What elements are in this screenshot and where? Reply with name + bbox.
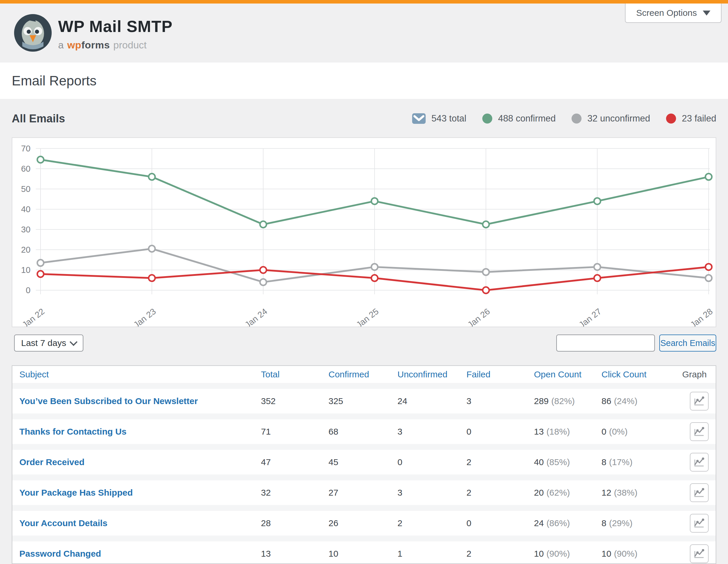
total-cell: 32 — [254, 488, 321, 498]
failed-cell: 2 — [459, 488, 527, 498]
unconfirmed-value: 3 — [397, 488, 402, 498]
open-count-cell: 24(86%) — [527, 518, 594, 528]
open-count-pct: (18%) — [546, 427, 570, 437]
svg-text:Jan 25: Jan 25 — [354, 306, 380, 326]
envelope-icon — [412, 113, 426, 124]
open-count-value: 24 — [534, 518, 544, 528]
email-subject-link[interactable]: Your Account Details — [19, 518, 107, 528]
data-point-confirmed — [483, 221, 489, 228]
table-header-row: SubjectTotalConfirmedUnconfirmedFailedOp… — [12, 366, 716, 383]
failed-cell: 0 — [459, 427, 527, 437]
legend-item-failed: 23 failed — [666, 113, 716, 124]
data-point-confirmed — [371, 198, 378, 204]
subject-cell: Password Changed — [12, 549, 254, 559]
confirmed-cell: 27 — [321, 488, 390, 498]
sort-by-open-count[interactable]: Open Count — [534, 369, 582, 379]
screen-options-button[interactable]: Screen Options — [625, 4, 722, 23]
failed-cell: 2 — [459, 549, 527, 559]
failed-cell: 0 — [459, 518, 527, 528]
header-graph: Graph — [682, 369, 707, 379]
graph-cell — [666, 514, 716, 533]
sort-by-failed[interactable]: Failed — [466, 369, 491, 379]
svg-text:10: 10 — [21, 265, 31, 275]
confirmed-value: 325 — [328, 396, 343, 406]
click-count-value: 86 — [601, 396, 611, 406]
header-cell-unconfirmed: Unconfirmed — [390, 369, 459, 379]
table-row: You’ve Been Subscribed to Our Newsletter… — [12, 389, 716, 413]
header-cell-click-count: Click Count — [594, 369, 666, 379]
data-point-confirmed — [705, 174, 712, 180]
confirmed-cell: 45 — [321, 457, 390, 467]
svg-text:Jan 24: Jan 24 — [243, 306, 269, 326]
click-count-cell: 8(17%) — [594, 457, 666, 467]
email-subject-link[interactable]: Order Received — [19, 457, 85, 467]
total-cell: 352 — [254, 396, 321, 406]
sort-by-total[interactable]: Total — [261, 369, 279, 379]
svg-text:30: 30 — [21, 225, 31, 234]
legend-confirmed-label: 488 confirmed — [498, 113, 556, 124]
emails-line-chart-card: 010203040506070Jan 22Jan 23Jan 24Jan 25J… — [12, 137, 716, 327]
open-graph-button[interactable] — [690, 453, 709, 472]
page-title: Email Reports — [12, 73, 97, 89]
total-cell: 28 — [254, 518, 321, 528]
tagline-suffix: product — [113, 39, 146, 51]
graph-cell — [666, 453, 716, 472]
email-subject-link[interactable]: Password Changed — [19, 549, 101, 559]
open-graph-button[interactable] — [690, 514, 709, 533]
svg-text:60: 60 — [21, 164, 31, 174]
date-range-value: Last 7 days — [21, 338, 66, 348]
open-graph-button[interactable] — [690, 544, 709, 563]
mini-graph-icon — [694, 549, 705, 559]
svg-text:Jan 23: Jan 23 — [132, 306, 158, 326]
open-count-value: 289 — [534, 396, 549, 406]
open-graph-button[interactable] — [690, 392, 709, 410]
svg-text:Jan 28: Jan 28 — [688, 306, 714, 326]
legend-failed-label: 23 failed — [682, 113, 716, 124]
sort-by-unconfirmed[interactable]: Unconfirmed — [397, 369, 447, 379]
email-subject-link[interactable]: You’ve Been Subscribed to Our Newsletter — [19, 396, 198, 406]
table-row: Your Account Details28262024(86%)8(29%) — [12, 511, 716, 536]
header-cell-graph: Graph — [666, 369, 716, 379]
caret-down-icon — [703, 11, 710, 16]
header-cell-confirmed: Confirmed — [321, 369, 390, 379]
open-count-pct: (90%) — [546, 549, 570, 559]
data-point-unconfirmed — [260, 279, 267, 285]
subject-cell: Your Account Details — [12, 518, 254, 528]
screen-options-label: Screen Options — [636, 8, 697, 18]
sort-by-confirmed[interactable]: Confirmed — [328, 369, 369, 379]
data-point-failed — [705, 264, 712, 270]
graph-cell — [666, 422, 716, 441]
email-reports-table: SubjectTotalConfirmedUnconfirmedFailedOp… — [12, 365, 716, 564]
data-point-failed — [149, 275, 155, 282]
email-subject-link[interactable]: Your Package Has Shipped — [19, 488, 133, 498]
sort-by-subject[interactable]: Subject — [19, 369, 49, 379]
search-emails-button[interactable]: Search Emails — [659, 334, 716, 351]
unconfirmed-value: 1 — [397, 549, 402, 559]
click-count-pct: (38%) — [614, 488, 637, 498]
open-graph-button[interactable] — [690, 483, 709, 502]
unconfirmed-value: 2 — [397, 518, 402, 528]
confirmed-cell: 325 — [321, 396, 390, 406]
sort-by-click-count[interactable]: Click Count — [601, 369, 646, 379]
click-count-value: 10 — [601, 549, 611, 559]
svg-text:40: 40 — [21, 205, 31, 214]
header-cell-subject: Subject — [12, 369, 254, 379]
table-body: You’ve Been Subscribed to Our Newsletter… — [12, 389, 716, 564]
date-range-select[interactable]: Last 7 days — [14, 334, 83, 351]
click-count-value: 12 — [601, 488, 611, 498]
search-input[interactable] — [556, 334, 655, 351]
open-graph-button[interactable] — [690, 422, 709, 441]
open-count-cell: 40(85%) — [527, 457, 594, 467]
subject-cell: Thanks for Contacting Us — [12, 427, 254, 437]
data-point-failed — [260, 267, 267, 273]
red-dot-icon — [666, 114, 676, 124]
total-value: 13 — [261, 549, 271, 559]
open-count-value: 13 — [534, 427, 544, 437]
data-point-failed — [371, 275, 378, 282]
data-point-unconfirmed — [37, 260, 44, 266]
email-subject-link[interactable]: Thanks for Contacting Us — [19, 427, 127, 437]
mini-graph-icon — [694, 457, 705, 467]
all-emails-section-head: All Emails 543 total 488 confirmed 32 un… — [12, 109, 716, 128]
header-cell-open-count: Open Count — [527, 369, 594, 379]
click-count-cell: 8(29%) — [594, 518, 666, 528]
